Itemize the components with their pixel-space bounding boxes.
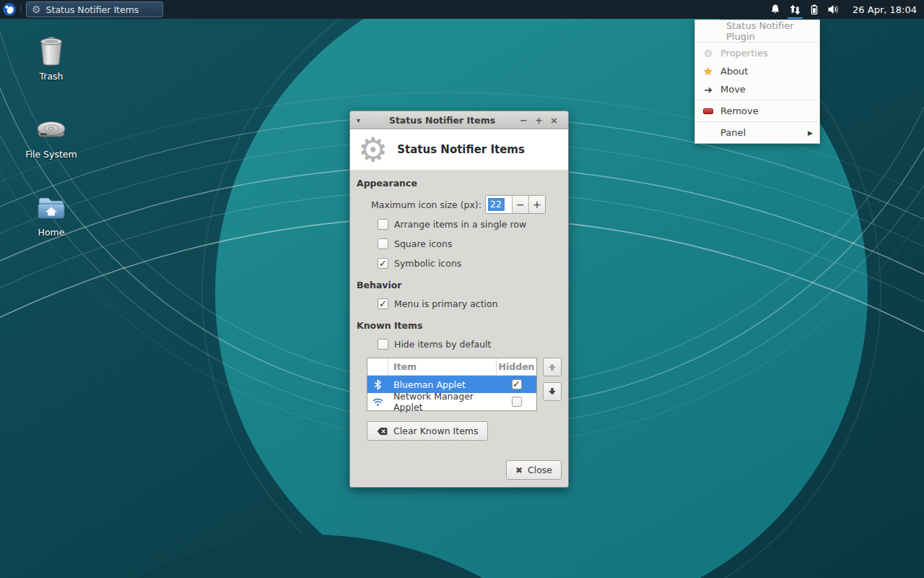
window-title: Status Notifier Items [368,115,516,126]
section-title-appearance: Appearance [357,178,562,189]
home-folder-icon [33,188,69,224]
gear-icon: ⚙ [701,48,715,59]
move-arrow-icon: ➔ [701,84,715,95]
checkbox-label: Menu is primary action [394,298,498,309]
close-button[interactable]: ✖ Close [506,460,562,480]
checkbox-hide-items-default[interactable]: ✓ Hide items by default [378,338,562,350]
table-header-item[interactable]: Item [388,358,497,375]
checkbox-label: Hide items by default [394,339,492,350]
panel-grip-handle[interactable] [20,6,22,13]
table-header-hidden[interactable]: Hidden [497,358,536,375]
check-icon: ✓ [513,379,520,389]
check-icon: ✓ [379,259,387,268]
known-item-name: Network Manager Applet [388,393,497,410]
menu-item-properties: ⚙ Properties [695,44,819,62]
dialog-titlebar[interactable]: ▾ Status Notifier Items − + × [350,111,568,129]
panel-clock[interactable]: 26 Apr, 18:04 [853,4,917,15]
checkbox-menu-primary-action[interactable]: ✓ Menu is primary action [378,298,562,310]
check-icon: ✓ [379,299,387,309]
remove-icon [701,108,715,114]
known-items-table: Item Hidden Blueman Applet ✓ [367,358,537,411]
move-down-button[interactable] [543,382,562,401]
applications-menu-button[interactable] [0,0,19,19]
checkbox-box: ✓ [378,298,388,309]
clear-button-label: Clear Known Items [393,426,479,436]
checkbox-arrange-single-row[interactable]: ✓ Arrange items in a single row [378,218,562,230]
dialog-header: ⚙ Status Notifier Items [350,129,568,170]
gear-icon: ⚙ [32,4,41,14]
bluetooth-icon [367,376,388,393]
context-menu-header: Status Notifier Plugin [695,22,819,40]
close-x-icon: ✖ [515,465,523,475]
status-notifier-items-dialog: ▾ Status Notifier Items − + × ⚙ Status N… [349,111,569,488]
desktop-icon-label: File System [25,149,77,160]
star-icon: ★ [701,65,715,78]
volume-icon[interactable] [827,0,840,19]
checkbox-box: ✓ [378,238,388,249]
up-arrow-icon [547,362,557,372]
dialog-heading: Status Notifier Items [397,143,525,156]
checkbox-box: ✓ [378,339,388,350]
taskbar-window-title: Status Notifier Items [46,4,139,15]
hidden-checkbox[interactable]: ✓ [512,379,522,389]
clear-backspace-icon [376,426,388,436]
clear-known-items-button[interactable]: Clear Known Items [367,421,488,441]
top-panel: ⚙ Status Notifier Items [0,0,924,19]
xubuntu-logo-icon [2,2,17,17]
checkbox-square-icons[interactable]: ✓ Square icons [378,238,562,250]
max-icon-size-label: Maximum icon size (px): [371,199,481,210]
desktop-icon-file-system[interactable]: File System [18,110,84,160]
dialog-body: Appearance Maximum icon size (px): 22 − … [350,170,568,487]
status-notifier-network-arrows-icon[interactable] [789,0,801,19]
spin-increment-button[interactable]: + [528,196,545,213]
minimize-button[interactable]: − [516,111,531,129]
wifi-icon [367,393,388,410]
checkbox-symbolic-icons[interactable]: ✓ Symbolic icons [378,257,562,269]
maximize-button[interactable]: + [531,111,546,129]
trash-icon [33,32,69,68]
checkbox-box: ✓ [378,219,388,230]
window-menu-button[interactable]: ▾ [357,116,368,124]
table-header-icon-col[interactable] [367,358,388,375]
submenu-arrow-icon: ▶ [808,129,813,137]
hidden-checkbox[interactable]: ✓ [512,397,522,407]
checkbox-label: Symbolic icons [394,258,461,269]
desktop-icon-label: Home [38,227,65,238]
menu-item-about[interactable]: ★ About [695,62,819,80]
max-icon-size-input[interactable]: 22 [486,196,512,213]
desktop-icon-trash[interactable]: Trash [18,32,84,82]
move-up-button [543,358,562,376]
section-title-known-items: Known Items [357,320,562,331]
file-system-icon [33,110,69,146]
section-title-behavior: Behavior [357,280,562,290]
spin-decrement-button[interactable]: − [512,196,528,213]
menu-item-move[interactable]: ➔ Move [695,80,819,98]
close-button-label: Close [528,465,552,475]
desktop-icon-home[interactable]: Home [18,188,84,238]
taskbar-window-button[interactable]: ⚙ Status Notifier Items [26,1,163,17]
menu-item-panel[interactable]: Panel ▶ [695,124,819,142]
notifications-bell-icon[interactable] [770,0,781,19]
gear-icon: ⚙ [358,133,388,166]
status-notifier-context-menu: Status Notifier Plugin ⚙ Properties ★ Ab… [694,20,820,144]
menu-separator [696,42,819,43]
checkbox-box: ✓ [378,258,388,269]
menu-separator [696,121,819,122]
table-header-row: Item Hidden [367,358,536,376]
battery-icon[interactable] [809,0,819,19]
desktop-icon-label: Trash [39,71,63,82]
checkbox-label: Arrange items in a single row [394,219,526,230]
menu-separator [696,100,819,100]
down-arrow-icon [547,387,557,397]
close-window-button[interactable]: × [546,111,562,129]
max-icon-size-value: 22 [488,198,505,211]
menu-item-remove[interactable]: Remove [695,102,819,120]
checkbox-label: Square icons [394,238,452,249]
table-row-network-manager-applet[interactable]: Network Manager Applet ✓ [367,393,536,410]
tray-active-indicator [788,17,803,19]
max-icon-size-spinbox: 22 − + [485,195,546,214]
